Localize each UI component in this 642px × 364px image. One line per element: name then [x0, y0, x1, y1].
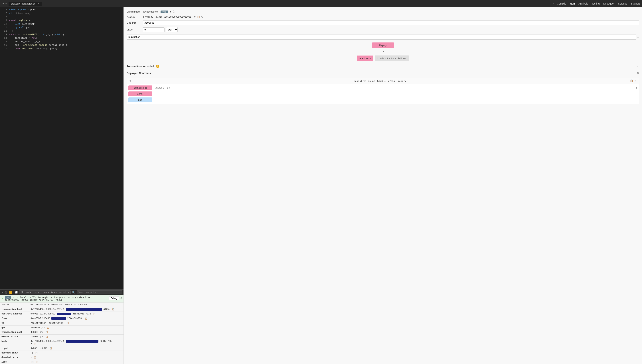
hash-bar-4 — [66, 340, 98, 342]
table-row: from 0xca35b7d915458 2f44e8fa733c 📋 — [0, 316, 124, 321]
code-line-17: 17 emit register(timestamp, pub); — [0, 47, 124, 51]
instance-close-icon[interactable]: ✕ — [634, 80, 637, 82]
env-info-icon[interactable]: ⓘ — [173, 10, 175, 13]
copy-icon-11[interactable]: 📋 — [34, 356, 36, 358]
code-line-8: 8 — [0, 15, 124, 19]
gas-limit-input[interactable] — [143, 20, 639, 25]
value-input[interactable] — [143, 28, 165, 32]
copy-icon-8[interactable]: 📋 — [34, 343, 36, 345]
collapse-icon[interactable]: ▲ — [121, 296, 122, 299]
unit-select[interactable]: wei gwei ether — [166, 27, 178, 32]
copy-icon-4[interactable]: 📋 — [67, 322, 69, 324]
input-value: 0x608...b0029 📋 — [29, 346, 124, 350]
nav-support[interactable]: Support — [631, 2, 640, 5]
stop-icon[interactable]: ⚫ — [4, 291, 8, 294]
log-from: from:0xca3...a733c to:registration.(cons… — [13, 296, 92, 299]
contract-addr-label: contract address — [0, 312, 29, 316]
code-editor[interactable]: 6 bytes32 public pub; 7 uint timestamp; … — [0, 7, 124, 290]
transaction-count-badge: 0 — [9, 291, 12, 294]
enroll-button[interactable]: enroll — [128, 92, 152, 96]
nav-run[interactable]: Run — [570, 2, 575, 5]
editor-tab[interactable]: browser/Registration.sol ✕ — [9, 2, 42, 6]
account-copy-icon[interactable]: 📋 — [197, 16, 200, 18]
env-value: JavaScript VM — [143, 10, 158, 13]
code-line-13: 13 function captureRFID(uint _s_i) publi… — [0, 33, 124, 36]
filter-dropdown[interactable]: [2] only remix transactions, script ▼ — [19, 290, 71, 294]
env-dropdown-icon[interactable]: ▼ — [169, 10, 172, 13]
nav-forward-icon[interactable]: » — [2, 2, 4, 5]
search-input[interactable] — [78, 291, 120, 294]
copy-icon-13[interactable]: 📋 — [36, 361, 38, 363]
nav-compile[interactable]: Compile — [557, 2, 566, 5]
load-contract-button[interactable]: Load contract from Address — [375, 56, 409, 61]
decoded-output-label: decoded output — [0, 355, 29, 360]
account-label: Account — [127, 16, 141, 18]
account-dropdown-icon[interactable]: ▼ — [194, 16, 196, 18]
nav-analysis[interactable]: Analysis — [578, 2, 588, 5]
vm-badge-label: VM (-) — [161, 10, 168, 13]
code-line-12: 12 ); — [0, 29, 124, 33]
account-edit-icon[interactable]: ✎ — [201, 16, 203, 18]
tx-hash-label: transaction hash — [0, 307, 29, 312]
code-line-15: 15 serial_imei = _s_i; — [0, 40, 124, 44]
gas-label: gas — [0, 325, 29, 330]
copy-icon[interactable]: 📋 — [112, 308, 115, 310]
log-data: data:0x608...b0029 logs:0 hash:0x779...4… — [5, 299, 63, 302]
account-plus-icon[interactable]: + — [143, 16, 144, 18]
hash-bar-1 — [66, 308, 102, 311]
search-area — [77, 290, 122, 294]
value-row: Value wei gwei ether — [127, 27, 639, 32]
nav-testing[interactable]: Testing — [592, 2, 600, 5]
table-row: decoded input {} 📋 — [0, 350, 124, 355]
console-panel: ✓ [vm] from:0xca3...a733c to:registratio… — [0, 295, 124, 364]
account-address: 0xca3...a733c (99.99999999999969066) — [145, 16, 192, 18]
debug-button[interactable]: Debug — [109, 296, 119, 300]
from-value: 0xca35b7d915458 2f44e8fa733c 📋 — [29, 316, 124, 321]
at-address-button[interactable]: At Address — [357, 56, 373, 61]
code-line-11: 11 bytes32 pub — [0, 26, 124, 30]
instance-chevron-icon[interactable]: ▼ — [129, 80, 132, 82]
copy-icon-3[interactable]: 📋 — [85, 318, 88, 320]
account-field-row: Account + 0xca3...a733c (99.999999999999… — [127, 16, 639, 18]
contract-info-icon[interactable]: ⓘ — [637, 36, 639, 38]
chevron-down-icon[interactable]: ▼ — [2, 291, 3, 294]
copy-icon-10[interactable]: 📋 — [35, 352, 38, 354]
capture-rfid-chevron[interactable]: ▼ — [635, 87, 637, 89]
table-row: decoded output - 📋 — [0, 355, 124, 360]
input-label: input — [0, 346, 29, 350]
copy-icon-2[interactable]: 📋 — [93, 313, 95, 315]
nav-settings[interactable]: Settings — [618, 2, 627, 5]
deploy-button[interactable]: Deploy — [372, 42, 394, 48]
decoded-input-value: {} 📋 — [29, 350, 124, 355]
nav-debugger[interactable]: Debugger — [603, 2, 614, 5]
exec-cost-label: execution cost — [0, 334, 29, 339]
search-icon[interactable]: 🔍 — [72, 291, 75, 294]
instance-copy-icon[interactable]: 📋 — [630, 80, 633, 82]
tab-close-icon[interactable]: ✕ — [38, 2, 40, 5]
contract-fn-list: captureRFID ▼ enroll pub — [127, 84, 639, 104]
table-row: hash 0x779fb438ed3022e9ee892bd9 6b014125… — [0, 339, 124, 346]
pub-button[interactable]: pub — [128, 98, 152, 102]
copy-icon-12[interactable]: 📋 — [31, 361, 34, 363]
filter-checkbox[interactable] — [15, 291, 18, 294]
gas-limit-row: Gas limit — [127, 20, 639, 25]
transactions-collapse-icon[interactable]: ▼ — [637, 65, 639, 68]
environment-row: Environment JavaScript VM VM (-) ▼ ⓘ — [127, 10, 639, 13]
instance-name: registration at 0x692...77b3a (memory) — [133, 80, 628, 82]
capture-rfid-input[interactable] — [153, 86, 634, 90]
copy-icon-6[interactable]: 📋 — [46, 331, 48, 333]
new-file-icon[interactable]: + — [6, 2, 7, 5]
contract-select[interactable]: registration — [127, 34, 636, 40]
copy-icon-5[interactable]: 📋 — [47, 326, 49, 329]
delete-all-icon[interactable]: 🗑 — [636, 72, 639, 74]
nav-expand-icon[interactable]: » — [552, 2, 554, 5]
capture-rfid-button[interactable]: captureRFID — [128, 86, 152, 90]
hash-label: hash — [0, 339, 29, 346]
account-row: + 0xca3...a733c (99.99999999999969066) ▼… — [143, 16, 639, 18]
contract-instance: ▼ registration at 0x692...77b3a (memory)… — [127, 78, 639, 104]
tx-count-badge: 1 — [156, 64, 159, 68]
gas-limit-label: Gas limit — [127, 22, 141, 24]
code-line-16: 16 pub = sha256(abi.encode(serial_imei))… — [0, 43, 124, 47]
copy-icon-7[interactable]: 📋 — [46, 336, 48, 338]
copy-icon-9[interactable]: 📋 — [50, 347, 52, 350]
